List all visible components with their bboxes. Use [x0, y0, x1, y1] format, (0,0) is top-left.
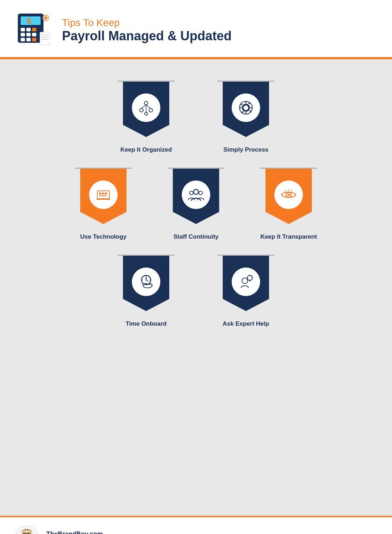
pennant-line: [118, 81, 175, 82]
badge-staff-continuity: Staff Continuity: [160, 168, 232, 240]
svg-point-26: [239, 101, 252, 114]
network-icon: [137, 99, 155, 117]
pennant-shape: [265, 169, 312, 224]
svg-point-37: [199, 191, 202, 195]
pennant-shape: [223, 82, 269, 137]
badge-row-1: Keep It Organized: [21, 81, 371, 153]
pennant-shape: [80, 169, 127, 224]
pennant-ask-expert-help: [217, 255, 274, 311]
icon-circle-tech: [89, 180, 118, 209]
main-content: Keep It Organized: [0, 59, 392, 516]
badge-row-2: Use Technology: [21, 168, 371, 240]
svg-line-55: [252, 276, 253, 276]
pennant-line: [217, 81, 274, 82]
badge-ask-expert-help: Ask Expert Help: [210, 255, 282, 327]
header: $ Tips To Keep Payroll Managed & Updated: [0, 0, 392, 57]
pennant-use-technology: [75, 168, 132, 224]
eye-icon: [280, 186, 298, 204]
svg-rect-31: [99, 193, 101, 194]
pennant-shape: [173, 169, 219, 224]
svg-point-17: [44, 16, 47, 19]
pennant-shape: [123, 82, 169, 137]
pennant-line: [75, 168, 132, 169]
svg-rect-8: [32, 33, 36, 36]
mascot-avatar-icon: [14, 524, 39, 534]
svg-rect-12: [40, 32, 50, 45]
tech-icon: [94, 186, 112, 204]
svg-line-22: [141, 105, 146, 108]
gear-icon: [237, 99, 255, 117]
svg-point-18: [144, 101, 148, 105]
header-text: Tips To Keep Payroll Managed & Updated: [62, 17, 232, 44]
svg-point-35: [194, 189, 198, 194]
icon-circle-eye: [274, 180, 303, 209]
svg-line-42: [291, 190, 292, 191]
header-title: Payroll Managed & Updated: [62, 29, 232, 44]
svg-rect-32: [102, 193, 104, 194]
svg-point-39: [288, 194, 290, 196]
pennant-keep-it-transparent: [260, 168, 317, 224]
svg-rect-4: [26, 28, 31, 31]
svg-point-20: [149, 108, 153, 112]
svg-rect-9: [21, 38, 25, 41]
badge-label-time-onboard: Time Onboard: [126, 320, 167, 327]
footer-text: TheBrandBoy.com Small Business Blog: [46, 530, 103, 534]
badge-label-simply-process: Simply Process: [223, 146, 269, 153]
clock-icon: [137, 273, 155, 291]
svg-rect-33: [105, 193, 107, 194]
svg-point-19: [140, 108, 143, 112]
icon-circle-expert: [232, 268, 260, 296]
expert-icon: [237, 273, 255, 291]
icon-circle-gear: [232, 93, 260, 122]
svg-rect-3: [21, 28, 25, 31]
svg-rect-34: [99, 195, 107, 197]
pennant-line: [217, 255, 274, 256]
icon-circle-clock: [132, 268, 160, 296]
badge-keep-it-organized: Keep It Organized: [110, 81, 182, 153]
svg-point-21: [145, 112, 148, 115]
svg-line-45: [146, 280, 148, 281]
svg-rect-11: [32, 38, 36, 41]
pennant-simply-process: [217, 81, 274, 137]
svg-text:$: $: [27, 16, 31, 25]
pennant-staff-continuity: [167, 168, 225, 224]
icon-circle-network: [132, 93, 160, 122]
pennant-time-onboard: [118, 255, 175, 311]
team-icon: [187, 186, 205, 204]
svg-line-41: [285, 190, 286, 191]
svg-point-36: [190, 191, 193, 195]
pennant-line: [167, 168, 225, 169]
badge-label-staff-continuity: Staff Continuity: [174, 233, 219, 240]
pennant-keep-it-organized: [118, 81, 175, 137]
pennant-shape: [123, 256, 169, 311]
footer: TheBrandBoy.com Small Business Blog: [0, 516, 392, 534]
badge-simply-process: Simply Process: [210, 81, 282, 153]
pennant-line: [118, 255, 175, 256]
badge-label-keep-it-organized: Keep It Organized: [120, 146, 172, 153]
badge-row-3: Time Onboard: [21, 255, 371, 327]
icon-circle-team: [182, 180, 210, 209]
svg-rect-6: [21, 33, 25, 36]
badge-label-ask-expert-help: Ask Expert Help: [223, 320, 269, 327]
svg-rect-30: [97, 199, 110, 200]
header-subtitle: Tips To Keep: [62, 17, 232, 29]
svg-line-23: [146, 105, 151, 108]
svg-rect-5: [32, 28, 36, 31]
badge-label-use-technology: Use Technology: [80, 233, 127, 240]
badge-keep-it-transparent: Keep It Transparent: [253, 168, 324, 240]
svg-point-51: [247, 275, 252, 280]
badge-time-onboard: Time Onboard: [110, 255, 182, 327]
svg-point-50: [242, 278, 248, 284]
svg-rect-10: [26, 38, 31, 41]
svg-point-25: [243, 105, 249, 111]
footer-brand: TheBrandBoy.com: [46, 530, 103, 534]
badge-use-technology: Use Technology: [68, 168, 139, 240]
pennant-line: [260, 168, 317, 169]
badge-label-keep-it-transparent: Keep It Transparent: [261, 233, 317, 240]
pennant-shape: [223, 256, 269, 311]
svg-rect-7: [26, 33, 31, 36]
calculator-logo-icon: $: [14, 11, 53, 50]
